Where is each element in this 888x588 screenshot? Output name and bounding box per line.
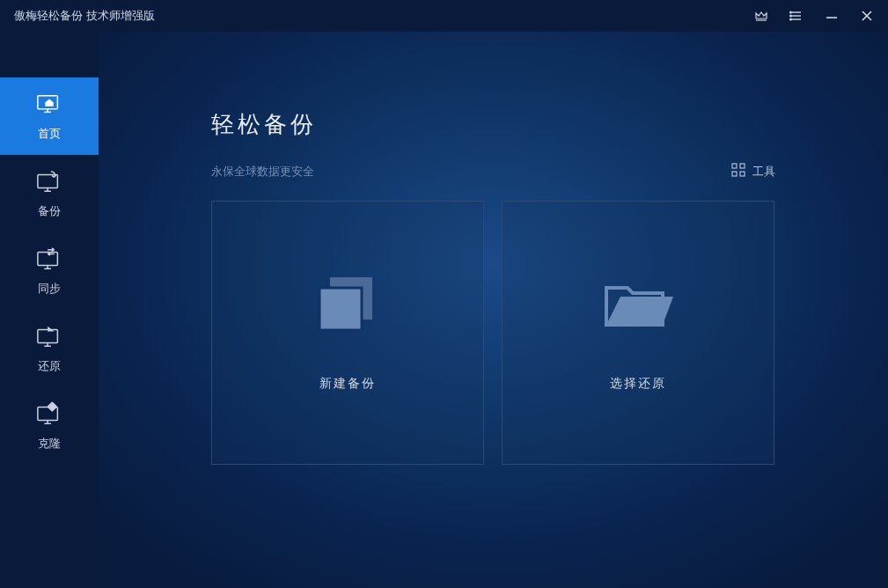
svg-rect-27 — [740, 164, 745, 168]
page-title: 轻松备份 — [211, 109, 775, 140]
svg-point-6 — [790, 18, 792, 20]
titlebar: 傲梅轻松备份 技术师增强版 — [0, 0, 888, 32]
tools-label: 工具 — [752, 164, 775, 180]
new-backup-label: 新建备份 — [319, 376, 376, 392]
sidebar-item-backup[interactable]: 备份 — [0, 155, 99, 232]
svg-rect-28 — [732, 172, 737, 176]
sidebar-item-clone[interactable]: 克隆 — [0, 387, 99, 465]
svg-rect-31 — [319, 288, 362, 330]
minimize-button[interactable] — [825, 9, 839, 23]
stack-icon — [309, 274, 386, 339]
svg-point-4 — [790, 15, 792, 17]
svg-rect-19 — [38, 329, 58, 342]
restore-icon — [36, 324, 62, 351]
app-title: 傲梅轻松备份 技术师增强版 — [14, 8, 155, 24]
folder-icon — [599, 274, 677, 339]
sidebar-item-label: 首页 — [38, 126, 61, 142]
grid-icon — [731, 163, 745, 180]
clone-icon — [36, 401, 62, 429]
sidebar-item-label: 还原 — [38, 358, 61, 374]
svg-rect-26 — [732, 164, 737, 168]
sidebar-item-label: 同步 — [38, 281, 61, 297]
home-icon — [36, 92, 62, 119]
svg-rect-29 — [740, 172, 745, 176]
sidebar-item-restore[interactable]: 还原 — [0, 310, 99, 387]
sync-icon — [36, 246, 62, 274]
svg-point-2 — [790, 11, 792, 13]
sidebar-item-home[interactable]: 首页 — [0, 77, 99, 155]
new-backup-card[interactable]: 新建备份 — [211, 201, 484, 465]
close-button[interactable] — [860, 9, 874, 23]
menu-icon[interactable] — [789, 9, 804, 23]
crown-icon[interactable] — [754, 9, 768, 23]
select-restore-label: 选择还原 — [610, 376, 666, 392]
sidebar: 首页 备份 — [0, 32, 99, 588]
backup-icon — [36, 169, 62, 196]
select-restore-card[interactable]: 选择还原 — [502, 201, 774, 465]
svg-rect-25 — [47, 401, 57, 412]
sidebar-item-sync[interactable]: 同步 — [0, 232, 99, 310]
sidebar-item-label: 克隆 — [38, 436, 61, 452]
page-subtitle: 永保全球数据更安全 — [211, 164, 314, 180]
sidebar-item-label: 备份 — [38, 203, 61, 219]
content-area: 轻松备份 永保全球数据更安全 工具 — [99, 32, 888, 588]
tools-button[interactable]: 工具 — [731, 163, 775, 180]
